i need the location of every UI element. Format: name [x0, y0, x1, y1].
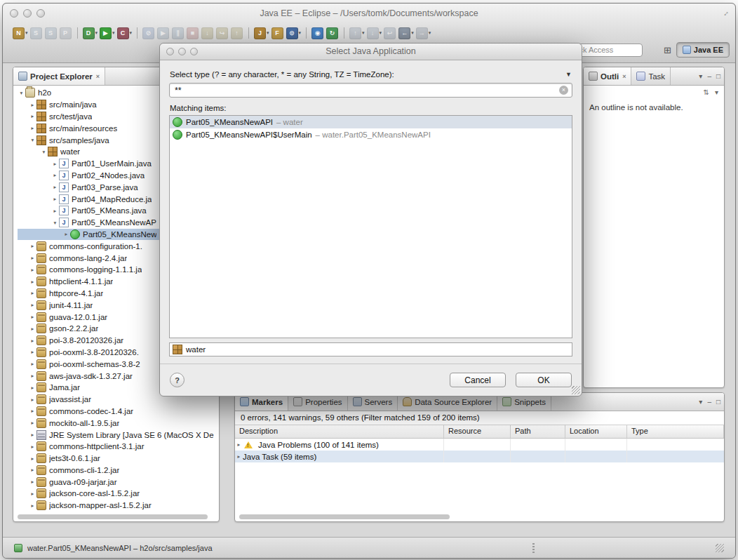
toolbar-button[interactable]: ↪	[216, 27, 229, 39]
dialog-close-button[interactable]	[166, 48, 174, 55]
disclosure-arrow-icon[interactable]: ▸	[29, 467, 36, 473]
disclosure-arrow-icon[interactable]: ▸	[29, 125, 36, 131]
toolbar-button[interactable]: ↩	[384, 27, 396, 39]
toolbar-button[interactable]: J ▾	[254, 27, 269, 39]
disclosure-arrow-icon[interactable]: ▸	[29, 255, 36, 261]
disclosure-arrow-icon[interactable]: ▸	[51, 172, 59, 178]
disclosure-arrow-icon[interactable]: ▸	[51, 196, 59, 202]
cancel-button[interactable]: Cancel	[450, 373, 506, 387]
toolbar-button[interactable]	[248, 27, 249, 39]
dialog-titlebar[interactable]: Select Java Application	[160, 44, 582, 60]
horizontal-scrollbar[interactable]	[239, 514, 450, 519]
disclosure-arrow-icon[interactable]: ▸	[29, 396, 36, 403]
toolbar-button[interactable]: S	[30, 27, 43, 39]
filter-menu-icon[interactable]: ▼	[565, 71, 572, 78]
disclosure-arrow-icon[interactable]: ▸	[29, 385, 36, 391]
marker-row[interactable]: ▸ Java Task (59 items)	[235, 451, 724, 462]
matching-item[interactable]: Part05_KMeansNewAPI – water	[170, 116, 572, 128]
toolbar-button[interactable]: ↑ ▾	[349, 27, 365, 39]
open-perspective-button[interactable]: ⊞	[664, 45, 671, 55]
perspective-java-ee-button[interactable]: Java EE	[676, 42, 730, 58]
column-header[interactable]: Type	[627, 425, 724, 438]
disclosure-arrow-icon[interactable]: ▸	[62, 231, 70, 237]
disclosure-arrow-icon[interactable]: ▸	[29, 243, 36, 249]
disclosure-arrow-icon[interactable]: ▸	[235, 453, 243, 460]
toolbar-button[interactable]	[137, 27, 137, 39]
disclosure-arrow-icon[interactable]: ▸	[29, 279, 36, 285]
view-menu-icon[interactable]: ▾	[699, 398, 702, 406]
disclosure-arrow-icon[interactable]: ▾	[18, 90, 25, 96]
toolbar-button[interactable]: D ▾	[83, 27, 98, 39]
disclosure-arrow-icon[interactable]: ▾	[29, 137, 36, 143]
tree-item[interactable]: ▸ JRE System Library [Java SE 6 (MacOS X…	[18, 429, 219, 441]
disclosure-arrow-icon[interactable]: ▸	[29, 373, 36, 379]
column-header[interactable]: Location	[565, 425, 627, 438]
tree-item[interactable]: ▸ jets3t-0.6.1.jar	[18, 453, 219, 465]
disclosure-arrow-icon[interactable]: ▾	[51, 220, 59, 226]
toolbar-button[interactable]: N ▾	[13, 27, 28, 39]
tab-task-list[interactable]: Task	[631, 67, 671, 85]
close-icon[interactable]: ×	[622, 73, 626, 80]
disclosure-arrow-icon[interactable]: ▸	[29, 491, 36, 497]
ok-button[interactable]: OK	[516, 373, 572, 387]
minimize-icon[interactable]: –	[707, 398, 711, 406]
toolbar-button[interactable]: → ▾	[416, 27, 431, 39]
disclosure-arrow-icon[interactable]: ▸	[29, 290, 36, 296]
column-header[interactable]: Description	[235, 425, 444, 438]
close-icon[interactable]: ×	[96, 73, 100, 80]
disclosure-arrow-icon[interactable]: ▸	[29, 408, 36, 414]
toolbar-button[interactable]	[344, 27, 344, 39]
toolbar-button[interactable]	[306, 27, 307, 39]
disclosure-arrow-icon[interactable]: ▸	[29, 455, 36, 462]
disclosure-arrow-icon[interactable]: ▸	[29, 361, 36, 367]
column-header[interactable]: Path	[511, 425, 565, 438]
type-filter-input[interactable]: ** ×	[169, 83, 572, 98]
toolbar-button[interactable]: ◉	[311, 27, 324, 39]
disclosure-arrow-icon[interactable]: ▸	[51, 208, 59, 214]
disclosure-arrow-icon[interactable]: ▸	[29, 314, 36, 320]
disclosure-arrow-icon[interactable]: ▸	[29, 444, 36, 450]
horizontal-scrollbar[interactable]	[18, 514, 208, 519]
tree-item[interactable]: ▸ jackson-core-asl-1.5.2.jar	[18, 488, 219, 500]
toolbar-button[interactable]: ↻	[326, 27, 339, 39]
marker-row[interactable]: ▸ Java Problems (100 of 141 items)	[235, 439, 724, 451]
toolbar-button[interactable]: ∥	[172, 27, 184, 39]
dialog-minimize-button[interactable]	[178, 48, 186, 55]
minimize-icon[interactable]: –	[707, 72, 711, 80]
tab-outline[interactable]: Outli ×	[584, 67, 631, 85]
disclosure-arrow-icon[interactable]: ▸	[51, 184, 59, 190]
tree-item[interactable]: ▸ guava-r09-jarjar.jar	[18, 476, 219, 488]
disclosure-arrow-icon[interactable]: ▸	[29, 479, 36, 485]
toolbar-button[interactable]: ▶	[157, 27, 170, 39]
toolbar-button[interactable]: ← ▾	[398, 27, 414, 39]
sort-icon[interactable]: ⇅	[704, 88, 709, 96]
tree-item[interactable]: ▸ commons-httpclient-3.1.jar	[18, 441, 219, 453]
help-button[interactable]: ?	[170, 373, 184, 387]
toolbar-button[interactable]: C ▾	[117, 27, 133, 39]
view-menu-icon[interactable]: ▾	[699, 72, 702, 80]
disclosure-arrow-icon[interactable]: ▸	[29, 349, 36, 355]
toolbar-button[interactable]: ■	[187, 27, 199, 39]
column-header[interactable]: Resource	[444, 425, 511, 438]
outline-menu-icon[interactable]: ▾	[715, 88, 718, 96]
resize-grip[interactable]	[716, 544, 724, 552]
disclosure-arrow-icon[interactable]: ▸	[51, 161, 59, 167]
disclosure-arrow-icon[interactable]: ▸	[29, 326, 36, 332]
disclosure-arrow-icon[interactable]: ▾	[40, 149, 48, 155]
toolbar-button[interactable]	[77, 27, 78, 39]
tree-item[interactable]: ▸ commons-codec-1.4.jar	[18, 406, 219, 418]
disclosure-arrow-icon[interactable]: ▸	[29, 420, 36, 426]
disclosure-arrow-icon[interactable]: ▸	[29, 432, 36, 438]
toolbar-button[interactable]: ⊙ ▾	[286, 27, 302, 39]
disclosure-arrow-icon[interactable]: ▸	[29, 267, 36, 273]
disclosure-arrow-icon[interactable]: ▸	[29, 502, 36, 509]
maximize-icon[interactable]: □	[716, 398, 720, 406]
disclosure-arrow-icon[interactable]: ▸	[29, 302, 36, 308]
disclosure-arrow-icon[interactable]: ▸	[235, 441, 243, 448]
toolbar-button[interactable]: P	[60, 27, 72, 39]
toolbar-button[interactable]: ⊘	[142, 27, 155, 39]
tree-item[interactable]: ▸ mockito-all-1.9.5.jar	[18, 417, 219, 429]
disclosure-arrow-icon[interactable]: ▸	[29, 102, 36, 108]
toolbar-button[interactable]: ↓ ▾	[367, 27, 382, 39]
toolbar-button[interactable]: ↓	[201, 27, 214, 39]
